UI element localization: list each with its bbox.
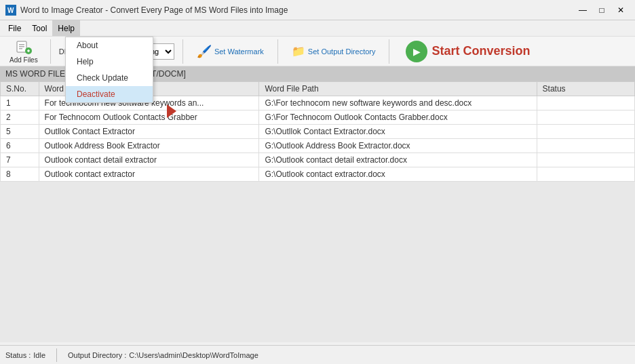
file-list-container[interactable]: S.No. Word File Name Word File Path Stat…: [0, 81, 635, 342]
app-window: W Word to Image Creator - Convert Every …: [0, 0, 635, 364]
svg-text:W: W: [7, 7, 14, 14]
menu-tool[interactable]: Tool: [26, 20, 52, 36]
title-bar-left: W Word to Image Creator - Convert Every …: [5, 5, 288, 16]
menu-help[interactable]: Help: [52, 20, 80, 36]
add-files-icon: [16, 39, 32, 55]
svg-rect-3: [19, 44, 24, 45]
cell-path: G:\Outlook contact detail extractor.docx: [259, 153, 537, 167]
output-dir-label: Output Directory :: [68, 351, 126, 359]
status-section: Status : Idle: [5, 351, 45, 359]
watermark-icon: 🖌️: [197, 44, 212, 59]
menu-item-help[interactable]: Help: [66, 54, 153, 70]
status-value: Idle: [33, 351, 45, 359]
cell-sno: 5: [1, 125, 39, 139]
cell-sno: 8: [1, 167, 39, 182]
svg-rect-5: [19, 48, 22, 49]
start-conversion-button[interactable]: ▶ Start Conversion: [398, 38, 538, 65]
toolbar-divider-3: [277, 39, 278, 64]
col-header-status: Status: [537, 82, 634, 96]
cell-sno: 1: [1, 96, 39, 110]
cell-status: [537, 153, 634, 167]
add-files-label: Add Files: [9, 56, 38, 64]
table-body: 1 For technocom new software keywords an…: [1, 96, 635, 182]
table-row[interactable]: 5 Outllok Contact Extractor G:\Outllok C…: [1, 125, 635, 139]
set-watermark-button[interactable]: 🖌️ Set Watermark: [191, 41, 269, 62]
cell-sno: 7: [1, 153, 39, 167]
menu-item-about[interactable]: About: [66, 37, 153, 54]
cell-path: G:\Outlook contact extractor.docx: [259, 167, 537, 182]
deactivate-arrow: [167, 104, 176, 118]
cell-name: Outlook contact extractor: [39, 167, 259, 182]
start-label: Start Conversion: [431, 44, 530, 58]
col-header-path: Word File Path: [259, 82, 537, 96]
window-title: Word to Image Creator - Convert Every Pa…: [20, 5, 288, 15]
status-divider: [56, 348, 57, 362]
cell-status: [537, 139, 634, 153]
minimize-button[interactable]: —: [574, 3, 592, 17]
output-label: Set Output Directory: [308, 47, 376, 56]
cell-status: [537, 125, 634, 139]
cell-sno: 6: [1, 139, 39, 153]
cell-path: G:\For Technocom Outlook Contacts Grabbe…: [259, 110, 537, 125]
cell-status: [537, 110, 634, 125]
table-row[interactable]: 6 Outlook Address Book Extractor G:\Outl…: [1, 139, 635, 153]
help-dropdown: About Help Check Update Deactivate: [65, 37, 153, 103]
cell-name: Outlook contact detail extractor: [39, 153, 259, 167]
cell-name: For Technocom Outlook Contacts Grabber: [39, 110, 259, 125]
maximize-button[interactable]: □: [593, 3, 611, 17]
output-section: Output Directory : C:\Users\admin\Deskto…: [68, 351, 258, 359]
toolbar-divider-2: [182, 39, 183, 64]
menu-bar: File Tool Help About Help Check Update D…: [0, 20, 635, 37]
cell-name: Outllok Contact Extractor: [39, 125, 259, 139]
cell-name: Outlook Address Book Extractor: [39, 139, 259, 153]
table-row[interactable]: 7 Outlook contact detail extractor G:\Ou…: [1, 153, 635, 167]
status-bar: Status : Idle Output Directory : C:\User…: [0, 345, 635, 364]
title-bar: W Word to Image Creator - Convert Every …: [0, 0, 635, 20]
cell-path: G:\For technocom new software keywords a…: [259, 96, 537, 110]
svg-rect-8: [28, 49, 28, 52]
watermark-label: Set Watermark: [214, 47, 264, 56]
table-row[interactable]: 2 For Technocom Outlook Contacts Grabber…: [1, 110, 635, 125]
start-play-icon: ▶: [406, 41, 427, 62]
menu-item-check-update[interactable]: Check Update: [66, 70, 153, 86]
add-files-button[interactable]: Add Files: [5, 36, 42, 66]
set-output-button[interactable]: 📁 Set Output Directory: [286, 42, 381, 60]
menu-item-deactivate[interactable]: Deactivate: [66, 86, 153, 102]
cell-status: [537, 167, 634, 182]
cell-path: G:\Outlook Address Book Extractor.docx: [259, 139, 537, 153]
cell-sno: 2: [1, 110, 39, 125]
app-icon: W: [5, 5, 16, 16]
output-dir-value: C:\Users\admin\Desktop\WordToImage: [129, 351, 258, 359]
menu-file[interactable]: File: [3, 20, 26, 36]
toolbar-divider-1: [50, 39, 51, 64]
svg-rect-4: [19, 46, 24, 47]
toolbar-divider-4: [389, 39, 389, 64]
status-label: Status :: [5, 351, 31, 359]
output-icon: 📁: [292, 45, 305, 58]
cell-path: G:\Outllok Contact Extractor.docx: [259, 125, 537, 139]
cell-status: [537, 96, 634, 110]
close-button[interactable]: ✕: [612, 3, 630, 17]
table-row[interactable]: 8 Outlook contact extractor G:\Outlook c…: [1, 167, 635, 182]
window-controls: — □ ✕: [574, 3, 630, 17]
col-header-sno: S.No.: [1, 82, 39, 96]
